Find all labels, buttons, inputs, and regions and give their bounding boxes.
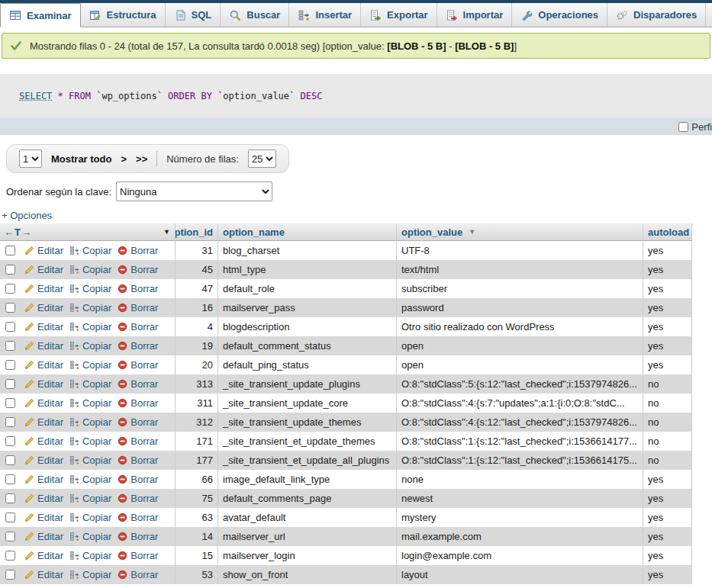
cell-autoload[interactable]: no xyxy=(643,374,692,394)
delete-link[interactable]: Borrar xyxy=(118,264,158,275)
cell-option-value[interactable]: subscriber xyxy=(397,279,643,298)
delete-link[interactable]: Borrar xyxy=(118,340,158,352)
column-header-option-name[interactable]: option_name xyxy=(218,223,397,240)
delete-link[interactable]: Borrar xyxy=(118,531,158,542)
cell-option-value[interactable]: login@example.com xyxy=(397,546,643,565)
cell-option-value[interactable]: O:8:"stdClass":4:{s:7:"updates";a:1:{i:0… xyxy=(397,394,643,413)
row-select-checkbox[interactable] xyxy=(5,360,15,370)
row-select-checkbox[interactable] xyxy=(5,512,15,522)
show-all-button[interactable]: Mostrar todo xyxy=(51,153,111,165)
cell-autoload[interactable]: yes xyxy=(643,260,692,279)
rows-count-select[interactable]: 25 xyxy=(248,149,276,168)
delete-link[interactable]: Borrar xyxy=(118,416,158,428)
tab-structure[interactable]: Estructura xyxy=(81,3,166,27)
row-select-checkbox[interactable] xyxy=(5,246,15,255)
column-header-autoload[interactable]: autoload xyxy=(643,223,692,240)
delete-link[interactable]: Borrar xyxy=(118,283,158,294)
cell-autoload[interactable]: yes xyxy=(643,336,692,355)
cell-option-value[interactable]: mystery xyxy=(397,508,643,527)
copy-link[interactable]: Copiar xyxy=(69,264,111,275)
cell-option-value[interactable]: O:8:"stdClass":4:{s:12:"last_checked";i:… xyxy=(397,413,643,432)
copy-link[interactable]: Copiar xyxy=(69,493,111,504)
row-select-checkbox[interactable] xyxy=(5,474,15,484)
row-select-checkbox[interactable] xyxy=(5,284,15,294)
cell-autoload[interactable]: yes xyxy=(643,527,692,546)
column-header-option-id[interactable]: option_id xyxy=(176,223,218,240)
edit-link[interactable]: Editar xyxy=(24,493,63,504)
profiling-checkbox[interactable] xyxy=(678,122,688,132)
edit-link[interactable]: Editar xyxy=(24,245,63,256)
cell-option-value[interactable]: O:8:"stdClass":5:{s:12:"last_checked";i:… xyxy=(397,374,643,394)
copy-link[interactable]: Copiar xyxy=(69,416,111,428)
row-select-checkbox[interactable] xyxy=(5,436,15,446)
tab-browse[interactable]: Examinar xyxy=(0,3,81,27)
column-header-option-value[interactable]: option_value▼ xyxy=(397,223,643,240)
tab-import[interactable]: Importar xyxy=(437,3,513,27)
delete-link[interactable]: Borrar xyxy=(118,474,158,485)
copy-link[interactable]: Copiar xyxy=(69,302,111,313)
edit-link[interactable]: Editar xyxy=(24,340,63,352)
edit-link[interactable]: Editar xyxy=(24,531,63,542)
copy-link[interactable]: Copiar xyxy=(69,474,111,485)
cell-autoload[interactable]: yes xyxy=(643,279,692,298)
tab-operations[interactable]: Operaciones xyxy=(512,3,607,27)
tab-insert[interactable]: Insertar xyxy=(289,3,361,27)
cell-option-value[interactable]: newest xyxy=(397,489,643,508)
edit-link[interactable]: Editar xyxy=(24,378,63,390)
row-select-checkbox[interactable] xyxy=(5,455,15,465)
delete-link[interactable]: Borrar xyxy=(118,512,158,523)
copy-link[interactable]: Copiar xyxy=(69,321,111,333)
edit-link[interactable]: Editar xyxy=(24,455,63,466)
delete-link[interactable]: Borrar xyxy=(118,359,158,371)
row-select-checkbox[interactable] xyxy=(5,551,15,561)
delete-link[interactable]: Borrar xyxy=(118,397,158,409)
cell-option-value[interactable]: O:8:"stdClass":1:{s:12:"last_checked";i:… xyxy=(397,432,643,451)
edit-link[interactable]: Editar xyxy=(24,569,63,580)
delete-link[interactable]: Borrar xyxy=(118,302,158,313)
cell-option-value[interactable]: password xyxy=(397,298,643,317)
cell-option-value[interactable]: open xyxy=(397,355,643,374)
edit-link[interactable]: Editar xyxy=(24,512,63,523)
delete-link[interactable]: Borrar xyxy=(118,245,158,256)
delete-link[interactable]: Borrar xyxy=(118,550,158,561)
edit-link[interactable]: Editar xyxy=(24,550,63,561)
row-select-checkbox[interactable] xyxy=(5,379,15,389)
edit-link[interactable]: Editar xyxy=(24,435,63,447)
edit-link[interactable]: Editar xyxy=(24,474,63,485)
copy-link[interactable]: Copiar xyxy=(69,397,111,409)
cell-autoload[interactable]: no xyxy=(643,394,692,413)
last-page-button[interactable]: >> xyxy=(136,153,147,165)
cell-autoload[interactable]: no xyxy=(643,432,692,451)
next-page-button[interactable]: > xyxy=(121,153,127,165)
copy-link[interactable]: Copiar xyxy=(69,283,111,294)
cell-autoload[interactable]: yes xyxy=(643,508,692,527)
cell-autoload[interactable]: yes xyxy=(643,241,692,260)
delete-link[interactable]: Borrar xyxy=(118,321,158,333)
copy-link[interactable]: Copiar xyxy=(69,455,111,466)
cell-option-value[interactable]: open xyxy=(397,336,643,355)
select-link[interactable]: SELECT xyxy=(19,91,52,101)
copy-link[interactable]: Copiar xyxy=(69,569,111,580)
row-select-checkbox[interactable] xyxy=(5,570,15,580)
cell-option-value[interactable]: layout xyxy=(397,565,643,584)
cell-autoload[interactable]: yes xyxy=(643,317,692,336)
row-select-checkbox[interactable] xyxy=(5,322,15,332)
delete-link[interactable]: Borrar xyxy=(118,435,158,447)
sort-key-select[interactable]: Ninguna xyxy=(116,182,272,201)
delete-link[interactable]: Borrar xyxy=(118,493,158,504)
cell-option-value[interactable]: none xyxy=(397,470,643,489)
delete-link[interactable]: Borrar xyxy=(118,569,158,580)
cell-option-value[interactable]: UTF-8 xyxy=(397,241,643,260)
tab-search[interactable]: Buscar xyxy=(221,3,289,27)
row-select-checkbox[interactable] xyxy=(5,417,15,427)
copy-link[interactable]: Copiar xyxy=(69,435,111,447)
edit-link[interactable]: Editar xyxy=(24,264,63,275)
copy-link[interactable]: Copiar xyxy=(69,378,111,390)
cell-autoload[interactable]: yes xyxy=(643,546,692,565)
tab-triggers[interactable]: Disparadores xyxy=(607,3,706,27)
actions-dropdown-icon[interactable]: ▼ xyxy=(163,228,170,236)
column-toggle-widget[interactable]: ←T→ xyxy=(4,227,32,238)
delete-link[interactable]: Borrar xyxy=(118,378,158,390)
row-select-checkbox[interactable] xyxy=(5,398,15,408)
cell-option-value[interactable]: mail.example.com xyxy=(397,527,643,546)
